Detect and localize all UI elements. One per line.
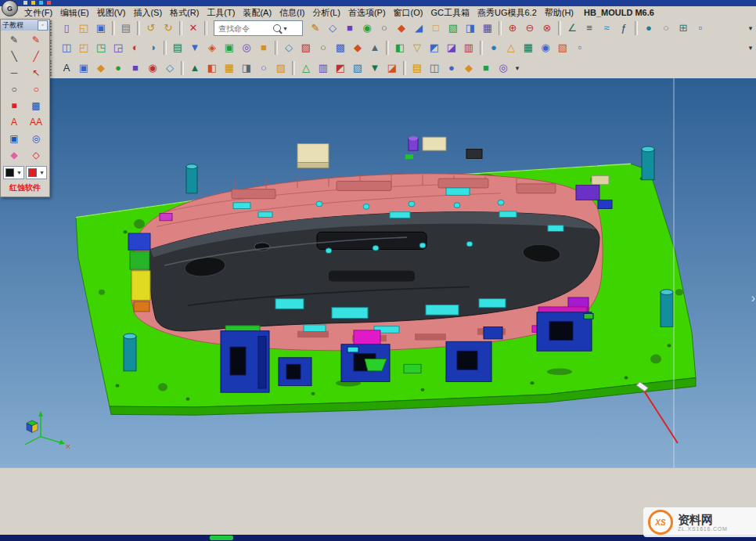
view-create-icon[interactable]: ▽ [409,39,426,56]
workpiece-icon[interactable]: ◆ [92,60,110,77]
bom-mold-icon[interactable]: ◫ [426,60,443,77]
insert-design-icon[interactable]: ▦ [221,60,238,77]
move-component-icon[interactable]: ◰ [75,39,92,56]
mold-settings-icon[interactable]: ◎ [495,60,512,77]
replace-component-icon[interactable]: ◈ [203,39,221,56]
viewport-canvas[interactable]: X [0,78,756,535]
fill-tool-icon[interactable]: ▩ [25,98,47,114]
arrow-tool-icon[interactable]: ↖ [25,65,47,81]
arrangements-icon[interactable]: ◎ [238,39,255,56]
balloon-icon[interactable]: ▥ [460,39,477,56]
delete-icon[interactable]: ✕ [185,20,202,37]
menu-item-1[interactable]: 文件(F) [20,7,56,19]
wave-link-icon[interactable]: ◇ [280,39,297,56]
toolbar-grip[interactable] [50,60,55,76]
subtract-icon[interactable]: ⊖ [521,20,538,37]
menu-item-10[interactable]: 首选项(P) [344,7,390,19]
shrinkage-icon[interactable]: ■ [127,60,144,77]
export-data-icon[interactable]: ▦ [520,39,537,56]
menu-item-12[interactable]: GC工具箱 [427,7,473,19]
menu-item-6[interactable]: 工具(T) [203,7,239,19]
cavity-layout-icon[interactable]: ◉ [144,60,161,77]
core-cavity-icon[interactable]: ▲ [186,60,203,77]
taskbar-app-button[interactable] [210,536,233,540]
eraser-tool-icon[interactable]: ◆ [3,147,25,164]
bom-list-icon[interactable]: ▩ [332,39,349,56]
toolbar-overflow-button[interactable]: ▾ [745,24,756,32]
extrude-icon[interactable]: ■ [341,20,358,37]
open-file-icon[interactable]: ◱ [75,20,92,37]
explode-view-icon[interactable]: ◲ [110,39,127,56]
mass-properties-icon[interactable]: ▲ [366,39,383,56]
hole-icon[interactable]: ○ [376,20,393,37]
intersect-icon[interactable]: ⊗ [538,20,556,37]
new-file-icon[interactable]: ▯ [58,20,75,37]
panel-expand-chevron-icon[interactable]: › [751,291,755,305]
trimmed-sheet-icon[interactable]: ▧ [445,20,462,37]
toolbar-overflow-button[interactable]: ▾ [745,44,756,52]
mold-csys-icon[interactable]: ● [110,60,127,77]
moldbase-library-icon[interactable]: ▥ [315,60,332,77]
circle-tool-icon[interactable]: ○ [3,81,25,98]
mold-tools-icon[interactable]: ■ [477,60,495,77]
search-icon[interactable] [273,24,281,32]
sketch-icon[interactable]: ✎ [307,20,324,37]
shell-icon[interactable]: □ [427,20,445,37]
text-a-tool-icon[interactable]: A [3,114,25,131]
menu-item-4[interactable]: 插入(S) [129,7,166,19]
menu-item-14[interactable]: 帮助(H) [541,7,578,19]
dimension-icon[interactable]: ◩ [426,39,443,56]
datum-plane-icon[interactable]: ◇ [324,20,341,37]
toolbar-grip[interactable] [50,20,55,36]
slider-lifter-icon[interactable]: ◧ [203,60,221,77]
redo-icon[interactable]: ↻ [160,20,177,37]
menu-item-3[interactable]: 视图(V) [93,7,130,19]
deformable-part-icon[interactable]: ▨ [297,39,315,56]
menu-item-11[interactable]: 窗口(O) [390,7,427,19]
tabular-note-icon[interactable]: ● [485,39,502,56]
attributes-icon[interactable]: ◆ [349,39,366,56]
wave-geometry-icon[interactable]: ≈ [598,20,615,37]
menu-item-2[interactable]: 编辑(E) [56,7,93,19]
mold-wizard-icon[interactable]: ▣ [75,60,92,77]
diamond-tool-icon[interactable]: ◇ [25,147,47,164]
ellipse-tool-icon[interactable]: ○ [25,81,47,98]
snap-point-icon[interactable]: ▫ [692,20,709,37]
fill-color-select[interactable]: ▼ [26,166,47,179]
menu-item-9[interactable]: 分析(L) [308,7,344,19]
chamfer-icon[interactable]: ◢ [410,20,427,37]
reference-set-icon[interactable]: ○ [315,39,332,56]
save-icon[interactable]: ▣ [92,20,110,37]
electrode-design-icon[interactable]: ◨ [238,60,255,77]
text-aa-tool-icon[interactable]: AA [25,114,47,131]
clearance-analysis-icon[interactable]: ◑ [144,39,161,56]
expressions-icon[interactable]: ƒ [615,20,632,37]
rect-tool-icon[interactable]: ■ [3,98,25,114]
mirror-assembly-icon[interactable]: ▤ [169,39,186,56]
app-icon[interactable]: G [2,0,18,16]
line-color-select[interactable]: ▼ [3,166,24,179]
wireframe-view-icon[interactable]: ○ [657,20,675,37]
annotation-note-icon[interactable]: ◪ [443,39,460,56]
cooling-design-icon[interactable]: △ [297,60,315,77]
image-tool-icon[interactable]: ▣ [3,131,25,147]
gate-design-icon[interactable]: ▨ [272,60,290,77]
pattern-feature-icon[interactable]: ▦ [479,20,496,37]
pocket-tool-icon[interactable]: ▧ [349,60,366,77]
standard-parts-icon[interactable]: ◩ [332,60,349,77]
revolve-icon[interactable]: ◉ [358,20,376,37]
palette-titlebar[interactable]: 子教程 ▫ [1,20,49,31]
text-tool-icon[interactable]: A [58,60,75,77]
line-tool-icon[interactable]: ╲ [3,49,25,65]
lifter-stack[interactable] [128,233,150,312]
section-view-icon[interactable]: ◧ [391,39,409,56]
interference-check-icon[interactable]: ◐ [127,39,144,56]
menu-item-8[interactable]: 信息(I) [275,7,308,19]
red-pen-icon[interactable]: ✎ [25,32,47,49]
view-manager-icon[interactable]: ● [443,60,460,77]
runner-design-icon[interactable]: ○ [255,60,272,77]
layer-settings-icon[interactable]: ≡ [581,20,598,37]
undo-icon[interactable]: ↺ [142,20,160,37]
pattern-component-icon[interactable]: ▼ [186,39,203,56]
sequence-icon[interactable]: ■ [255,39,272,56]
